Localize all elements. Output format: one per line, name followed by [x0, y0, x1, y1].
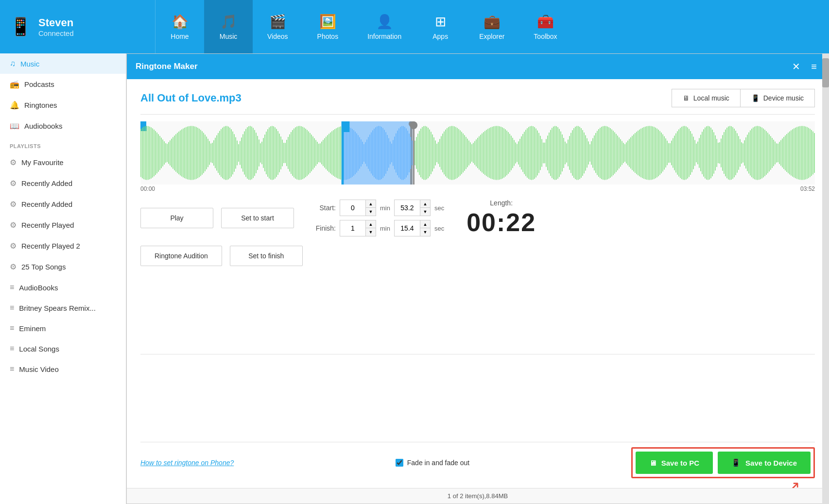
list-icon-2: ≡ — [10, 303, 14, 312]
finish-min-down[interactable]: ▼ — [366, 228, 376, 236]
waveform-canvas-element — [140, 121, 815, 185]
time-inputs: Start: ▲ ▼ min — [311, 200, 444, 236]
finish-sec-unit: sec — [434, 225, 444, 232]
status-text: 1 of 2 item(s),8.84MB — [448, 492, 508, 500]
tab-apps-label: Apps — [432, 33, 448, 40]
podcast-icon: 📻 — [10, 80, 19, 89]
sidebar-playlist-audiobooks[interactable]: ≡ AudioBooks — [0, 277, 126, 298]
gear-icon-3: ⚙ — [10, 200, 17, 209]
tab-apps[interactable]: ⊞ Apps — [416, 0, 465, 53]
tab-information-label: Information — [367, 33, 401, 40]
start-min-input[interactable] — [340, 201, 365, 215]
tab-toolbox-label: Toolbox — [534, 33, 557, 40]
save-buttons-highlight: 🖥 Save to PC 📱 Save to Device — [631, 447, 815, 478]
device-text: Steven Connected — [38, 17, 74, 37]
start-sec-input[interactable] — [395, 201, 420, 215]
start-sec-unit: sec — [434, 204, 444, 212]
title-row: All Out of Love.mp3 🖥 Local music 📱 Devi… — [140, 89, 815, 107]
modal-close-button[interactable]: ✕ — [789, 60, 803, 73]
finish-min-up[interactable]: ▲ — [366, 220, 376, 228]
phone-save-icon: 📱 — [731, 458, 741, 467]
information-icon: 👤 — [376, 14, 393, 30]
sidebar-ringtones-label: Ringtones — [24, 101, 57, 109]
sidebar-playlist-local-songs[interactable]: ≡ Local Songs — [0, 338, 126, 359]
set-to-finish-button[interactable]: Set to finish — [230, 246, 303, 266]
list-icon-5: ≡ — [10, 365, 14, 373]
apps-icon: ⊞ — [435, 14, 446, 30]
start-min-down[interactable]: ▼ — [366, 208, 376, 216]
finish-sec-up[interactable]: ▲ — [420, 220, 430, 228]
set-to-start-button[interactable]: Set to start — [221, 208, 294, 228]
tab-explorer[interactable]: 💼 Explorer — [465, 0, 519, 53]
sidebar-playlist-25-top[interactable]: ⚙ 25 Top Songs — [0, 256, 126, 277]
length-label: Length: — [466, 199, 536, 207]
scroll-thumb[interactable] — [822, 58, 829, 87]
sidebar-playlist-recently-played-2[interactable]: ⚙ Recently Played 2 — [0, 235, 126, 256]
music-source-buttons: 🖥 Local music 📱 Device music — [672, 89, 815, 107]
finish-sec-spinners: ▲ ▼ — [420, 220, 430, 236]
device-music-button[interactable]: 📱 Device music — [740, 89, 815, 107]
start-min-spinners: ▲ ▼ — [365, 200, 376, 216]
local-music-button[interactable]: 🖥 Local music — [672, 89, 740, 107]
play-button[interactable]: Play — [140, 208, 213, 228]
start-label: Start: — [311, 204, 336, 212]
finish-min-input[interactable] — [340, 221, 365, 235]
start-sec-up[interactable]: ▲ — [420, 200, 430, 208]
sidebar-playlist-my-favourite[interactable]: ⚙ My Favourite — [0, 152, 126, 173]
explorer-icon: 💼 — [484, 14, 501, 30]
save-to-pc-button[interactable]: 🖥 Save to PC — [636, 452, 713, 474]
waveform-time-row: 00:00 03:52 — [140, 185, 815, 192]
sidebar-playlist-recently-played[interactable]: ⚙ Recently Played — [0, 215, 126, 235]
sidebar-item-music[interactable]: ♫ Music — [0, 53, 126, 74]
sidebar-playlist-eminem[interactable]: ≡ Eminem — [0, 318, 126, 338]
start-sec-down[interactable]: ▼ — [420, 208, 430, 216]
controls-row: Play Set to start Start: ▲ ▼ — [140, 199, 815, 237]
list-icon-4: ≡ — [10, 344, 14, 353]
modal-menu-button[interactable]: ≡ — [808, 60, 820, 73]
sidebar: ♫ Music 📻 Podcasts 🔔 Ringtones 📖 Audiobo… — [0, 53, 126, 504]
sidebar-item-podcasts[interactable]: 📻 Podcasts — [0, 74, 126, 95]
tab-photos[interactable]: 🖼️ Photos — [303, 0, 353, 53]
save-device-label: Save to Device — [745, 459, 797, 467]
finish-min-unit: min — [380, 225, 390, 232]
sidebar-playlist-recently-added[interactable]: ⚙ Recently Added — [0, 173, 126, 194]
tab-information[interactable]: 👤 Information — [353, 0, 416, 53]
fade-checkbox[interactable] — [396, 459, 403, 467]
modal-title: Ringtone Maker — [136, 62, 198, 71]
finish-label: Finish: — [311, 224, 336, 232]
start-min-up[interactable]: ▲ — [366, 200, 376, 208]
tab-videos[interactable]: 🎬 Videos — [253, 0, 303, 53]
how-to-link[interactable]: How to set ringtone on Phone? — [140, 459, 234, 467]
save-to-device-button[interactable]: 📱 Save to Device — [718, 452, 811, 474]
red-arrow: ↗ — [787, 477, 800, 488]
waveform-container: // Will be drawn by JS below — [140, 121, 815, 192]
sidebar-playlist-music-video[interactable]: ≡ Music Video — [0, 359, 126, 379]
sidebar-item-ringtones[interactable]: 🔔 Ringtones — [0, 95, 126, 116]
sidebar-playlist-britney[interactable]: ≡ Britney Spears Remix... — [0, 298, 126, 318]
sidebar-item-audiobooks[interactable]: 📖 Audiobooks — [0, 116, 126, 136]
gear-icon-6: ⚙ — [10, 262, 17, 271]
sidebar-playlist-recently-added-2[interactable]: ⚙ Recently Added — [0, 194, 126, 215]
ringtone-audition-button[interactable]: Ringtone Audition — [140, 246, 222, 266]
tab-photos-label: Photos — [317, 33, 339, 40]
device-status: Connected — [38, 29, 74, 37]
finish-min-group: ▲ ▼ — [340, 220, 376, 236]
modal-header-buttons: ✕ ≡ — [789, 60, 820, 73]
tab-videos-label: Videos — [267, 33, 288, 40]
save-pc-label: Save to PC — [661, 459, 699, 467]
device-icon: 📱 — [10, 17, 32, 37]
tab-toolbox[interactable]: 🧰 Toolbox — [519, 0, 571, 53]
home-icon: 🏠 — [172, 14, 189, 30]
monitor-save-icon: 🖥 — [649, 459, 656, 467]
finish-sec-down[interactable]: ▼ — [420, 228, 430, 236]
tab-music[interactable]: 🎵 Music — [204, 0, 253, 53]
sidebar-audiobooks-label: Audiobooks — [24, 122, 62, 130]
waveform-canvas[interactable]: // Will be drawn by JS below — [140, 121, 815, 185]
start-sec-group: ▲ ▼ — [394, 200, 431, 216]
tab-music-label: Music — [220, 33, 238, 40]
toolbox-icon: 🧰 — [537, 14, 554, 30]
tab-home[interactable]: 🏠 Home — [155, 0, 204, 53]
finish-sec-input[interactable] — [395, 221, 420, 235]
main-layout: ♫ Music 📻 Podcasts 🔔 Ringtones 📖 Audiobo… — [0, 53, 829, 504]
scroll-indicator[interactable] — [822, 53, 829, 504]
